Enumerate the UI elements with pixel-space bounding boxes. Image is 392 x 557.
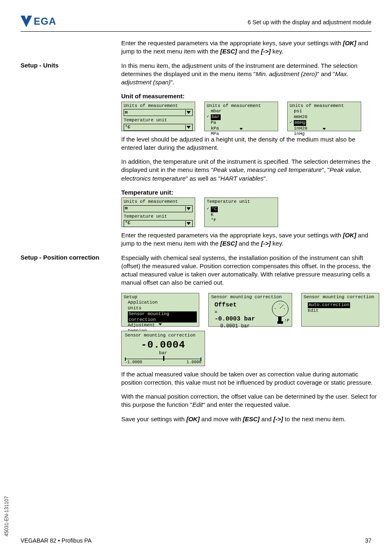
lcd-numeric-entry[interactable]: Sensor mounting correction -0.0004 bar -… [121,331,205,366]
list-item[interactable]: mmH20 [290,114,359,120]
chevron-down-icon [187,111,191,114]
numeric-value: -0.0004 [125,339,201,351]
list-item[interactable]: Edit [304,308,377,314]
lcd-units-select: Units of measurement m Temperature unit … [121,102,195,131]
setup-pos-p4: Save your settings with [OK] and move wi… [121,415,379,423]
scroll-down-icon [159,323,162,325]
svg-text:EGA: EGA [34,16,56,27]
lcd-offset-display: Sensor mounting correction Offset = -0.0… [208,293,292,327]
chevron-down-icon [187,207,191,210]
intro-paragraph: Enter the requested parameters via the a… [121,39,371,56]
lcd-setup-menu: Setup Application Units Sensor mounting … [121,293,199,327]
list-item[interactable]: °F [207,218,276,223]
lcd-correction-choice: Sensor mounting correction Auto.correcti… [301,293,379,327]
doc-id: 45031-EN-131107 [4,496,9,536]
header-section-title: 6 Set up with the display and adjustment… [248,19,371,26]
temp-unit-select[interactable]: °C [124,124,193,131]
list-item[interactable]: Sensor mounting correction [124,311,197,323]
temp-unit-select[interactable]: °C [124,220,193,227]
chevron-down-icon [187,126,191,129]
setup-pos-p1: Especially with chemical seal systems, t… [121,254,379,287]
list-item[interactable]: Units [124,306,197,311]
setup-pos-p2: If the actual measured value should be t… [121,370,379,387]
numeric-unit: bar [125,350,201,356]
setup-position-heading: Setup - Position correction [21,254,121,429]
unit-of-measurement-title: Unit of measurement: [121,92,371,100]
gauge-base-icon [277,321,283,324]
scroll-down-icon [323,128,326,130]
list-item[interactable]: psi [290,109,359,114]
setup-units-p3: In addition, the temperature unit of the… [121,158,371,183]
unit-select[interactable]: m [124,109,193,116]
list-item[interactable]: mbar [207,109,276,114]
setup-units-p2: If the level should be adjusted in a hei… [121,135,371,152]
list-item[interactable]: MPa [207,131,276,137]
logo: EGA [21,16,66,29]
setup-units-p1: In this menu item, the adjustment units … [121,62,371,87]
unit-select[interactable]: m [124,205,193,212]
setup-units-p4: Enter the requested parameters via the a… [121,231,371,248]
lcd-units-list-2: Units of measurement psi mmH20 mmHg inH2… [287,102,361,131]
setup-units-heading: Setup - Units [21,62,121,254]
scroll-down-icon [240,128,243,130]
svg-line-3 [280,304,284,309]
footer-product: VEGABAR 82 • Profibus PA [21,537,92,544]
temperature-unit-title: Temperature unit: [121,188,371,197]
gauge-label: P [284,318,289,324]
list-item[interactable]: °C [207,207,276,212]
list-item[interactable]: Pa [207,120,276,126]
lcd-temp-list: Temperature unit °C K °F [204,197,278,227]
setup-pos-p3: With the manual position correction, the… [121,392,379,409]
list-item[interactable]: inHg [290,131,359,137]
chevron-down-icon [187,222,191,225]
footer-page: 37 [365,537,371,544]
lcd-units-list-1: Units of measurement mbar bar Pa kPa MPa [204,102,278,131]
list-item[interactable]: Application [124,300,197,306]
list-item[interactable]: Auto.correction [304,302,377,308]
list-item[interactable]: bar [207,114,276,120]
list-item[interactable]: K [207,212,276,218]
scale-bar: -1.0000 1.0000 [125,359,201,367]
gauge-icon [272,301,288,317]
lcd-temp-select: Units of measurement m Temperature unit … [121,197,195,227]
list-item[interactable]: mmHg [290,120,359,126]
